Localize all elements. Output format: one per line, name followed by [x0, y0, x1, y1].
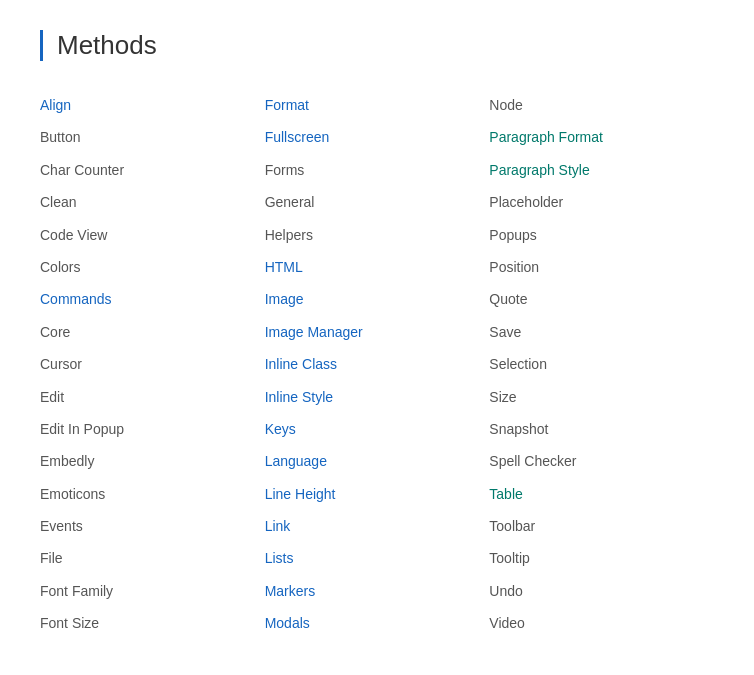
list-item: Quote: [489, 283, 714, 315]
list-item[interactable]: Keys: [265, 413, 490, 445]
list-item: Snapshot: [489, 413, 714, 445]
method-link[interactable]: Lists: [265, 550, 294, 566]
list-item[interactable]: Language: [265, 445, 490, 477]
list-item: File: [40, 542, 265, 574]
column-3: NodeParagraph FormatParagraph StylePlace…: [489, 89, 714, 640]
method-link[interactable]: Fullscreen: [265, 129, 330, 145]
list-item: Embedly: [40, 445, 265, 477]
list-item: Edit: [40, 381, 265, 413]
list-item: Emoticons: [40, 478, 265, 510]
list-item[interactable]: Align: [40, 89, 265, 121]
list-item[interactable]: Image: [265, 283, 490, 315]
list-item[interactable]: Fullscreen: [265, 121, 490, 153]
list-item: Code View: [40, 219, 265, 251]
list-item: Cursor: [40, 348, 265, 380]
list-item: Core: [40, 316, 265, 348]
list-item[interactable]: Inline Style: [265, 381, 490, 413]
list-item[interactable]: Lists: [265, 542, 490, 574]
list-item: Events: [40, 510, 265, 542]
list-item[interactable]: Format: [265, 89, 490, 121]
list-item: Edit In Popup: [40, 413, 265, 445]
method-link[interactable]: Table: [489, 486, 522, 502]
list-item: Position: [489, 251, 714, 283]
method-link[interactable]: HTML: [265, 259, 303, 275]
list-item: Popups: [489, 219, 714, 251]
method-link[interactable]: Line Height: [265, 486, 336, 502]
list-item[interactable]: Inline Class: [265, 348, 490, 380]
list-item[interactable]: Line Height: [265, 478, 490, 510]
page-title: Methods: [40, 30, 714, 61]
list-item: Placeholder: [489, 186, 714, 218]
list-item: General: [265, 186, 490, 218]
list-item[interactable]: Table: [489, 478, 714, 510]
list-item: Toolbar: [489, 510, 714, 542]
method-link[interactable]: Link: [265, 518, 291, 534]
list-item: Size: [489, 381, 714, 413]
list-item: Spell Checker: [489, 445, 714, 477]
methods-grid: AlignButtonChar CounterCleanCode ViewCol…: [40, 89, 714, 640]
list-item: Save: [489, 316, 714, 348]
list-item[interactable]: Commands: [40, 283, 265, 315]
method-link[interactable]: Commands: [40, 291, 112, 307]
list-item: Clean: [40, 186, 265, 218]
list-item: Video: [489, 607, 714, 639]
list-item: Node: [489, 89, 714, 121]
method-link[interactable]: Image: [265, 291, 304, 307]
column-1: AlignButtonChar CounterCleanCode ViewCol…: [40, 89, 265, 640]
method-link[interactable]: Inline Style: [265, 389, 333, 405]
method-link[interactable]: Align: [40, 97, 71, 113]
list-item: Button: [40, 121, 265, 153]
method-link[interactable]: Paragraph Format: [489, 129, 603, 145]
method-link[interactable]: Image Manager: [265, 324, 363, 340]
list-item: Font Size: [40, 607, 265, 639]
method-link[interactable]: Markers: [265, 583, 316, 599]
method-link[interactable]: Inline Class: [265, 356, 337, 372]
list-item[interactable]: Modals: [265, 607, 490, 639]
list-item: Helpers: [265, 219, 490, 251]
list-item: Font Family: [40, 575, 265, 607]
list-item[interactable]: Paragraph Style: [489, 154, 714, 186]
list-item[interactable]: HTML: [265, 251, 490, 283]
list-item: Char Counter: [40, 154, 265, 186]
list-item: Tooltip: [489, 542, 714, 574]
method-link[interactable]: Format: [265, 97, 309, 113]
method-link[interactable]: Modals: [265, 615, 310, 631]
list-item: Selection: [489, 348, 714, 380]
list-item[interactable]: Image Manager: [265, 316, 490, 348]
method-link[interactable]: Language: [265, 453, 327, 469]
list-item: Colors: [40, 251, 265, 283]
method-link[interactable]: Keys: [265, 421, 296, 437]
list-item[interactable]: Link: [265, 510, 490, 542]
list-item[interactable]: Paragraph Format: [489, 121, 714, 153]
list-item: Forms: [265, 154, 490, 186]
column-2: FormatFullscreenFormsGeneralHelpersHTMLI…: [265, 89, 490, 640]
method-link[interactable]: Paragraph Style: [489, 162, 589, 178]
list-item: Undo: [489, 575, 714, 607]
list-item[interactable]: Markers: [265, 575, 490, 607]
